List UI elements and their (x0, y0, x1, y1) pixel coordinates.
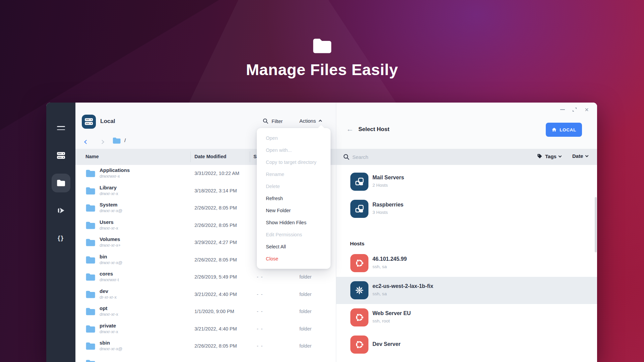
menu-item-open: Open (257, 132, 331, 144)
local-button[interactable]: LOCAL (546, 123, 582, 137)
filter-button[interactable]: Filter (262, 118, 283, 124)
menu-item-close[interactable]: Close (257, 253, 331, 265)
group-name: Mail Servers (372, 175, 404, 181)
file-size: - - (257, 309, 263, 314)
back-arrow-button[interactable]: ← (346, 125, 354, 133)
folder-icon (85, 273, 96, 281)
sidebar-item-sftp[interactable]: #g-server .dot{fill:#262d3b} (52, 146, 70, 165)
group-icon (350, 173, 368, 191)
column-header-name[interactable]: Name (85, 154, 99, 159)
folder-icon (85, 238, 96, 247)
file-permissions: dr-xr-xr-x (100, 295, 117, 300)
file-permissions: drwxr-xr-x (100, 329, 118, 334)
file-size: - - (257, 326, 263, 331)
host-subtitle: ssh, root (372, 318, 390, 323)
folder-icon (85, 325, 96, 333)
menu-item-select-all[interactable]: Select All (257, 241, 331, 253)
file-row[interactable]: sbin drwxr-xr-x@ 2/26/2022, 8:05 PM - - … (75, 338, 336, 355)
ubuntu-icon (350, 254, 368, 272)
folder-icon (57, 179, 65, 187)
host-row[interactable]: Web Server EU ssh, root (336, 304, 597, 331)
braces-icon: {} (58, 234, 64, 242)
menu-item-show-hidden-files[interactable]: Show Hidden Files (257, 217, 331, 229)
squares-group-icon (354, 177, 364, 187)
menu-item-new-folder[interactable]: New Folder (257, 204, 331, 217)
file-row[interactable]: cores drwxrwxr-t 2/26/2019, 5:49 PM - - … (75, 268, 336, 286)
forward-arrow-icon (57, 206, 65, 215)
menu-item-refresh[interactable]: Refresh (257, 192, 331, 204)
ubuntu-icon (350, 308, 368, 326)
file-name: Volumes (100, 236, 120, 242)
sidebar-item-files[interactable] (52, 174, 70, 192)
column-separator (190, 152, 191, 162)
ubuntu-icon (350, 336, 368, 354)
file-kind: folder (299, 274, 311, 280)
host-panel-header: ← Select Host LOCAL (336, 103, 597, 149)
file-permissions: drwxr-xr-x (100, 312, 118, 317)
hosts-section-label: Hosts (350, 241, 364, 247)
host-search-input[interactable] (352, 152, 480, 162)
file-name: dev (100, 288, 108, 294)
host-name: Web Server EU (372, 310, 411, 316)
ubuntu-logo-icon (354, 340, 364, 350)
squares-group-icon (354, 204, 364, 214)
file-row[interactable]: private drwxr-xr-x 3/21/2022, 4:40 PM - … (75, 320, 336, 338)
folder-icon (85, 290, 96, 299)
host-panel-title: Select Host (358, 126, 390, 133)
host-row[interactable]: Dev Server (336, 331, 597, 358)
menu-item-open-with: Open with... (257, 144, 331, 156)
file-row[interactable]: opt drwxr-xr-x 1/1/2020, 9:00 PM - - fol… (75, 303, 336, 320)
group-host-count: 2 Hosts (372, 183, 388, 188)
host-name: ec2-us-west-2-lax-1b-fix (372, 283, 433, 289)
panel-divider (336, 103, 336, 362)
file-permissions: drwxr-xr-x@ (100, 208, 122, 213)
file-date: 2/26/2022, 8:05 PM (194, 223, 237, 228)
host-row[interactable]: 46.101.245.99 ssh, sa (336, 250, 597, 277)
window-controls: × (560, 107, 590, 113)
folder-icon (85, 169, 96, 178)
file-name: System (100, 202, 117, 207)
sidebar-item-port-forwarding[interactable] (52, 201, 70, 220)
date-filter[interactable]: Date (572, 153, 588, 159)
sidebar-item-hosts-menu[interactable] (52, 119, 70, 137)
group-row[interactable]: Mail Servers 2 Hosts (336, 168, 597, 195)
menu-item-copy-to-target: Copy to target directory (257, 156, 331, 168)
file-date: 2/26/2022, 8:05 PM (194, 257, 237, 262)
file-date: 2/26/2022, 8:05 PM (194, 205, 237, 210)
host-search-bar: Tags Date (336, 149, 597, 165)
hero-folder-icon (312, 38, 333, 54)
nav-forward-button[interactable] (101, 139, 104, 145)
file-date: 2/26/2022, 8:05 PM (194, 343, 237, 349)
scrollbar-thumb[interactable] (595, 197, 597, 252)
file-name: private (100, 323, 116, 328)
file-permissions: drwxrwxr-t (100, 278, 119, 282)
centos-icon (350, 281, 368, 299)
host-name: Dev Server (372, 341, 401, 347)
nav-back-button[interactable] (85, 139, 88, 145)
close-button[interactable]: × (584, 107, 590, 113)
ubuntu-logo-icon (354, 312, 364, 322)
sidebar-item-snippets[interactable]: {} (52, 229, 70, 247)
maximize-button[interactable] (572, 107, 578, 113)
host-panel: ← Select Host LOCAL Tags Date (336, 103, 597, 362)
chevron-up-icon (319, 120, 322, 123)
host-row-selected[interactable]: ec2-us-west-2-lax-1b-fix ssh, sa (336, 277, 597, 304)
home-icon (551, 127, 557, 132)
folder-icon (85, 204, 96, 212)
group-row[interactable]: Raspberries 3 Hosts (336, 195, 597, 223)
group-list: Mail Servers 2 Hosts Raspberries 3 Hosts (336, 168, 597, 223)
file-row[interactable]: dev dr-xr-xr-x 3/21/2022, 4:40 PM - - fo… (75, 286, 336, 303)
file-permissions: drwxrwxr-x (100, 174, 120, 179)
file-date: 3/31/2022, 10:22 AM (194, 171, 239, 176)
file-name: opt (100, 305, 107, 311)
column-header-date[interactable]: Date Modified (194, 154, 226, 159)
file-row-partial[interactable] (75, 355, 336, 362)
tags-filter[interactable]: Tags (537, 153, 561, 159)
folder-icon (85, 342, 96, 350)
search-icon (343, 154, 350, 160)
file-name: Users (100, 219, 114, 225)
actions-button[interactable]: Actions (299, 118, 321, 124)
file-date: 3/21/2022, 4:40 PM (194, 292, 237, 297)
minimize-button[interactable] (560, 107, 566, 113)
file-name: sbin (100, 340, 110, 346)
